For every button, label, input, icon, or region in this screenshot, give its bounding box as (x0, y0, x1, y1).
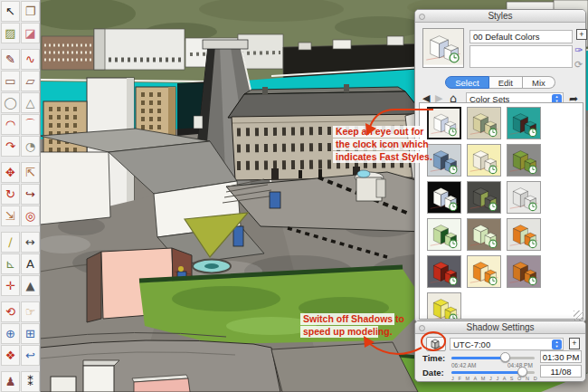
paint-bucket-icon: ▨ (5, 27, 15, 39)
circle-icon: ◯ (4, 97, 17, 109)
paint-bucket-tool[interactable]: ▨ (1, 23, 20, 43)
position-camera-tool[interactable]: ♟ (1, 371, 20, 392)
push-pull-icon: ⇱ (25, 167, 35, 178)
zoom-previous-icon: ↩ (25, 349, 35, 361)
circle-tool[interactable]: ◯ (1, 92, 20, 113)
text-icon: A (26, 258, 34, 270)
tab-mix[interactable]: Mix (523, 76, 555, 89)
make-component-tool[interactable]: ❐ (21, 1, 40, 22)
style-thumbnail-tan-sage[interactable] (467, 107, 501, 139)
orbit-icon: ⟲ (5, 306, 15, 318)
three-d-text-icon: ▲ (26, 280, 35, 292)
pie-icon: ◔ (25, 140, 35, 152)
style-thumbnail-light-gray[interactable] (507, 181, 541, 214)
follow-me-tool[interactable]: ↪ (21, 184, 40, 205)
shadow-panel-titlebar[interactable]: Shadow Settings (415, 321, 585, 334)
polygon-tool[interactable]: △ (21, 92, 40, 113)
style-thumbnail-pale-green-earth[interactable] (467, 218, 501, 251)
tape-measure-tool[interactable]: ∕ (1, 232, 20, 253)
eraser-tool[interactable]: ◪ (21, 23, 40, 43)
axes-icon: ✛ (5, 280, 15, 292)
close-icon[interactable] (419, 325, 425, 331)
style-thumbnail-steel-blue[interactable] (427, 144, 461, 177)
add-to-model-button[interactable]: + (569, 338, 580, 349)
position-camera-icon: ♟ (5, 376, 16, 387)
style-thumbnail-olive-green[interactable] (507, 144, 541, 177)
time-label: Time: (422, 353, 445, 363)
scale-icon: ⇲ (5, 210, 15, 222)
select-tool[interactable]: ↖ (1, 1, 20, 22)
move-tool[interactable]: ✥ (1, 162, 20, 183)
style-thumbnail-lemon-yellow[interactable] (427, 292, 461, 320)
orbit-tool[interactable]: ⟲ (1, 301, 20, 322)
style-thumbnail-cream-yellow[interactable] (467, 144, 501, 177)
scale-tool[interactable]: ⇲ (1, 206, 20, 226)
tape-measure-icon: ∕ (8, 236, 12, 248)
style-thumbnail-amber-mauve[interactable] (507, 255, 541, 288)
styles-tabs: SelectEditMix (415, 76, 585, 89)
time-value-field[interactable]: 01:30 PM (540, 350, 582, 363)
active-style-preview (422, 28, 464, 68)
pan-tool[interactable]: ☞ (21, 301, 40, 322)
eraser-icon: ◪ (24, 27, 35, 39)
styles-thumbnail-list (419, 102, 583, 320)
rectangle-tool[interactable]: ▭ (1, 71, 20, 91)
style-description-field[interactable] (469, 45, 573, 68)
three-d-text-tool[interactable]: ▲ (21, 275, 40, 296)
three-point-arc-tool[interactable]: ↷ (1, 136, 20, 157)
walk-tool[interactable]: ⁑ (21, 371, 40, 392)
zoom-previous-tool[interactable]: ↩ (21, 345, 40, 366)
zoom-window-icon: ⊞ (25, 328, 35, 339)
refresh-style-icon[interactable]: ⟳ (574, 59, 583, 71)
style-thumbnail-charcoal-wire[interactable] (467, 181, 501, 214)
freehand-tool[interactable]: ∿ (21, 49, 40, 70)
pan-icon: ☞ (25, 306, 36, 318)
close-icon[interactable] (419, 14, 425, 20)
tab-edit[interactable]: Edit (489, 76, 523, 89)
style-thumbnail-orange-cream[interactable] (467, 255, 501, 288)
rotated-rectangle-tool[interactable]: ▱ (21, 71, 40, 91)
time-slider[interactable] (451, 352, 535, 362)
arc-tool[interactable]: ◠ (1, 114, 20, 135)
style-name-field[interactable]: 00 Default Colors (469, 30, 573, 43)
dimension-icon: ↔ (25, 236, 35, 248)
tool-palette: ↖❐▨◪✎∿▭▱◯△◠⌒↷◔✥⇱↻↪⇲◎∕↔⊾A✛▲⟲☞⊕⊞❖↩♟⁑◉⊟ (0, 0, 41, 392)
shadow-panel-title: Shadow Settings (466, 322, 534, 332)
line-tool[interactable]: ✎ (1, 49, 20, 70)
update-style-icon[interactable]: ✑ (574, 44, 583, 56)
move-icon: ✥ (5, 167, 15, 178)
polygon-icon: △ (26, 97, 35, 109)
date-value-field[interactable]: 11/08 (540, 365, 582, 378)
two-point-arc-tool[interactable]: ⌒ (21, 114, 40, 135)
stone-building (228, 84, 427, 180)
zoom-window-tool[interactable]: ⊞ (21, 323, 40, 344)
timezone-dropdown[interactable]: UTC-7:00 ▲▼ (450, 338, 564, 350)
offset-tool[interactable]: ◎ (21, 206, 40, 226)
push-pull-tool[interactable]: ⇱ (21, 162, 40, 183)
dropdown-stepper-icon[interactable]: ▲▼ (552, 339, 562, 349)
style-thumbnail-teal-burgundy[interactable] (507, 107, 541, 139)
pie-tool[interactable]: ◔ (21, 136, 40, 157)
style-thumbnail-orange-sage[interactable] (507, 218, 541, 251)
zoom-tool[interactable]: ⊕ (1, 323, 20, 344)
create-style-button[interactable]: + (576, 29, 587, 40)
style-thumbnail-default-colors-00[interactable] (427, 107, 461, 139)
select-icon: ↖ (5, 5, 15, 17)
style-thumbnail-night-black[interactable] (427, 181, 461, 214)
resize-grip[interactable] (574, 311, 583, 320)
protractor-tool[interactable]: ⊾ (1, 253, 20, 274)
rotate-tool[interactable]: ↻ (1, 184, 20, 205)
tab-select[interactable]: Select (445, 76, 488, 89)
three-point-arc-icon: ↷ (5, 140, 15, 152)
zoom-extents-tool[interactable]: ❖ (1, 345, 20, 366)
style-thumbnail-spring-green[interactable] (427, 218, 461, 251)
text-tool[interactable]: A (21, 253, 40, 274)
shadow-toggle-button[interactable] (426, 337, 446, 351)
style-thumbnail-crimson-slate[interactable] (427, 255, 461, 288)
styles-panel: Styles 00 Default Colors + ✑ ⟳ SelectEdi… (414, 9, 586, 323)
axes-tool[interactable]: ✛ (1, 275, 20, 296)
styles-panel-titlebar[interactable]: Styles (415, 10, 585, 23)
follow-me-icon: ↪ (25, 188, 35, 200)
dimension-tool[interactable]: ↔ (21, 232, 40, 253)
date-label: Date: (422, 368, 444, 378)
